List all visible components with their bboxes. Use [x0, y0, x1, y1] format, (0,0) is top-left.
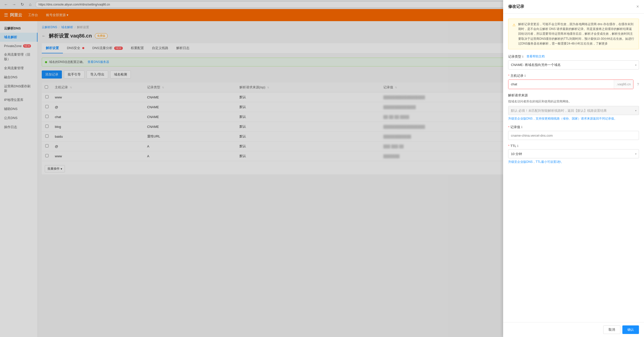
upgrade-link-1[interactable]: 升级至企业版DNS，支持按更精细线路（省份、国家）请求来源返回不同记录值。 [508, 117, 617, 120]
record-type-select[interactable]: CNAME- 将域名指向另外一个域名 [508, 60, 639, 69]
ttl-select-wrapper: 10 分钟 ▾ [508, 149, 639, 158]
record-type-help-link[interactable]: 查看帮助文档 [527, 54, 545, 59]
host-record-help-icon: ℹ [525, 74, 526, 78]
host-record-container: chat .vaq86.cn [508, 80, 633, 89]
confirm-button[interactable]: 确认 [622, 325, 639, 334]
panel-title: 修改记录 [508, 4, 524, 9]
right-panel: 修改记录 × ⚠ 解析记录变更后，可能不会立即生效，因为各地网络运营商 dns … [503, 0, 644, 337]
record-value-label: * 记录值 ℹ [508, 125, 639, 129]
record-type-label: 记录类型 ℹ 查看帮助文档 [508, 54, 639, 59]
resolve-source-label: 解析请求来源 [508, 93, 639, 98]
resolve-source-select-wrapper: 默认·必填！未匹配到智能解析线路时，返回【默认】线路设置结果 ▾ [508, 106, 639, 115]
host-record-input[interactable]: chat [508, 80, 614, 89]
host-record-label: * 主机记录 ℹ [508, 73, 639, 78]
resolve-source-section: 解析请求来源 指域名访问者所在的地区和使用的运营商网络。 默认·必填！未匹配到智… [508, 93, 639, 121]
record-value-help-icon: ℹ [521, 125, 522, 129]
host-record-section: * 主机记录 ℹ chat .vaq86.cn ? [508, 73, 639, 89]
alert-warning: ⚠ 解析记录变更后，可能不会立即生效，因为各地网络运营商 dns 存在缓存，在缓… [508, 19, 639, 49]
record-type-section: 记录类型 ℹ 查看帮助文档 CNAME- 将域名指向另外一个域名 ▾ [508, 54, 639, 69]
record-value-input[interactable]: cname-china.vercel-dns.com [508, 131, 639, 140]
dim-overlay [0, 0, 503, 337]
panel-body: ⚠ 解析记录变更后，可能不会立即生效，因为各地网络运营商 dns 存在缓存，在缓… [503, 14, 644, 322]
record-type-help-icon: ℹ [522, 55, 524, 58]
resolve-source-desc: 指域名访问者所在的地区和使用的运营商网络。 [508, 99, 639, 104]
resolve-source-select[interactable]: 默认·必填！未匹配到智能解析线路时，返回【默认】线路设置结果 [508, 106, 639, 115]
record-type-select-wrapper: CNAME- 将域名指向另外一个域名 ▾ [508, 60, 639, 69]
upgrade-link-2[interactable]: 升级至企业版DNS，TTL最小可设置1秒。 [508, 160, 564, 164]
panel-header: 修改记录 × [503, 0, 644, 14]
ttl-help-icon: ℹ [517, 144, 518, 148]
cancel-button[interactable]: 取消 [603, 325, 620, 334]
warning-icon: ⚠ [512, 22, 516, 46]
ttl-label: * TTL ℹ [508, 144, 639, 148]
record-value-section: * 记录值 ℹ cname-china.vercel-dns.com [508, 125, 639, 140]
alert-warning-text: 解析记录变更后，可能不会立即生效，因为各地网络运营商 dns 存在缓存，在缓存未… [518, 22, 635, 46]
host-record-extra-help[interactable]: ? [637, 82, 639, 86]
ttl-select[interactable]: 10 分钟 [508, 149, 639, 158]
host-record-suffix: .vaq86.cn [614, 80, 633, 89]
ttl-section: * TTL ℹ 10 分钟 ▾ 升级至企业版DNS，TTL最小可设置1秒。 [508, 144, 639, 164]
panel-close-button[interactable]: × [636, 4, 639, 9]
panel-footer: 取消 确认 [503, 322, 644, 337]
